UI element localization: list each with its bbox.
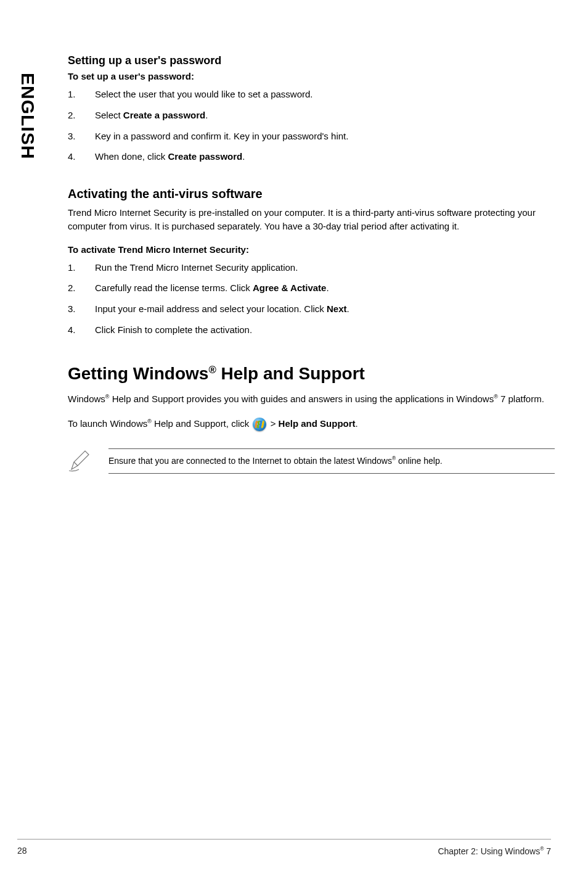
step-text: . xyxy=(326,283,329,293)
paragraph-windows-help: Windows® Help and Support provides you w… xyxy=(68,392,555,406)
step-text: . xyxy=(242,151,245,162)
subtitle-set-password: To set up a user's password: xyxy=(68,71,555,81)
page-content: Setting up a user's password To set up a… xyxy=(68,54,555,474)
registered-mark: ® xyxy=(105,394,110,400)
chapter-label: Chapter 2: Using Windows® 7 xyxy=(438,846,551,856)
step-bold: Create a password xyxy=(123,110,205,120)
windows-start-icon xyxy=(253,418,266,431)
language-tab: ENGLISH xyxy=(17,73,38,159)
registered-mark: ® xyxy=(208,364,216,376)
text-part: online help. xyxy=(396,456,443,466)
step-bold: Next xyxy=(327,303,347,314)
text-part: Ensure that you are connected to the Int… xyxy=(108,456,392,466)
step-text: Click Finish to complete the activation. xyxy=(95,324,252,335)
heading-part: Getting Windows xyxy=(68,364,208,383)
list-item: Select the user that you would like to s… xyxy=(68,88,555,101)
registered-mark: ® xyxy=(147,418,152,424)
step-text: When done, click xyxy=(95,151,168,162)
list-item: Input your e-mail address and select you… xyxy=(68,302,555,316)
heading-antivirus: Activating the anti-virus software xyxy=(68,187,555,201)
step-text: Carefully read the license terms. Click xyxy=(95,283,253,293)
list-item: Carefully read the license terms. Click … xyxy=(68,281,555,295)
heading-setting-password: Setting up a user's password xyxy=(68,54,555,67)
heading-part: Help and Support xyxy=(216,364,365,383)
registered-mark: ® xyxy=(494,394,498,400)
note-text: Ensure that you are connected to the Int… xyxy=(108,448,555,474)
heading-windows-help: Getting Windows® Help and Support xyxy=(68,364,555,384)
step-text: . xyxy=(205,110,208,120)
page-number: 28 xyxy=(17,846,27,856)
step-bold: Create password xyxy=(168,151,242,162)
text-part: 7 xyxy=(544,846,551,856)
step-text: Run the Trend Micro Internet Security ap… xyxy=(95,262,298,273)
text-part: To launch Windows xyxy=(68,418,147,429)
step-bold: Agree & Activate xyxy=(253,283,327,293)
step-text: . xyxy=(347,303,349,314)
list-item: Run the Trend Micro Internet Security ap… xyxy=(68,261,555,274)
list-item: When done, click Create password. xyxy=(68,150,555,163)
step-text: Key in a password and confirm it. Key in… xyxy=(95,131,348,141)
list-item: Select Create a password. xyxy=(68,109,555,122)
text-part: Windows xyxy=(68,394,105,404)
text-part: Help and Support, click xyxy=(152,418,252,429)
text-part: > xyxy=(267,418,278,429)
list-item: Key in a password and confirm it. Key in… xyxy=(68,130,555,143)
step-text: Input your e-mail address and select you… xyxy=(95,303,327,314)
page-footer: 28 Chapter 2: Using Windows® 7 xyxy=(17,839,551,856)
text-bold: Help and Support xyxy=(279,418,356,429)
text-part: 7 platform. xyxy=(498,394,544,404)
subtitle-activate-trend: To activate Trend Micro Internet Securit… xyxy=(68,244,555,255)
text-part: Chapter 2: Using Windows xyxy=(438,846,540,856)
text-part: . xyxy=(356,418,358,429)
note-block: Ensure that you are connected to the Int… xyxy=(68,448,555,474)
list-item: Click Finish to complete the activation. xyxy=(68,323,555,337)
step-text: Select the user that you would like to s… xyxy=(95,89,313,99)
steps-activate-trend: Run the Trend Micro Internet Security ap… xyxy=(68,261,555,337)
steps-set-password: Select the user that you would like to s… xyxy=(68,88,555,163)
launch-instruction: To launch Windows® Help and Support, cli… xyxy=(68,417,555,431)
text-part: Help and Support provides you with guide… xyxy=(110,394,494,404)
paragraph-antivirus-intro: Trend Micro Internet Security is pre-ins… xyxy=(68,206,555,233)
pencil-note-icon xyxy=(68,448,92,473)
step-text: Select xyxy=(95,110,123,120)
